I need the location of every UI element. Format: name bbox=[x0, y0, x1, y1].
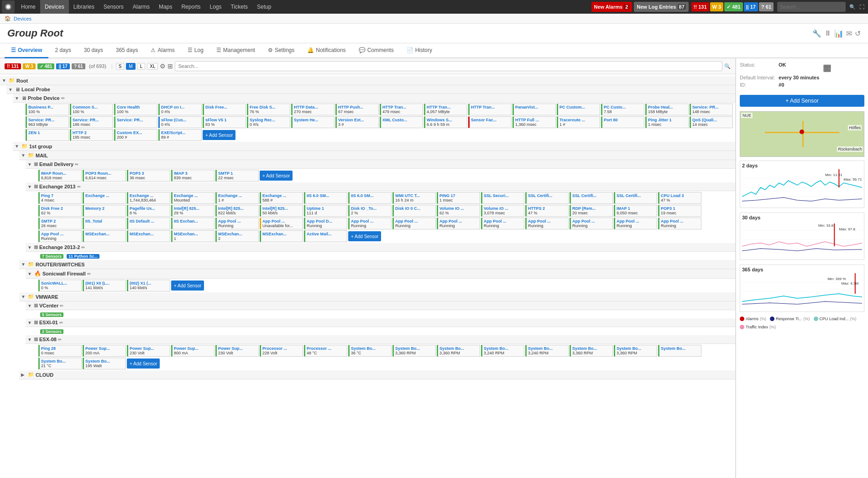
list-item[interactable]: Service: PR...963 MByte bbox=[26, 116, 69, 128]
size-l-button[interactable]: L bbox=[137, 63, 146, 70]
size-s-button[interactable]: S bbox=[116, 63, 125, 70]
list-item[interactable]: Service: PR... bbox=[114, 116, 157, 128]
email-icon[interactable]: ✉ bbox=[846, 29, 852, 38]
list-item[interactable]: MSExchan... bbox=[260, 230, 303, 242]
probe-device-edit-icon[interactable]: ✏ bbox=[61, 96, 65, 101]
sonicwall-toggle[interactable]: ▼ bbox=[27, 271, 33, 276]
list-item[interactable]: Exchange ...588 # bbox=[260, 192, 303, 204]
refresh-icon[interactable]: ↺ bbox=[855, 29, 861, 38]
add-sensor-button[interactable]: + Add Sensor bbox=[171, 281, 204, 291]
search-icon-main[interactable]: 🔍 bbox=[724, 63, 731, 69]
toolbar-gear-icon[interactable]: ⚙ bbox=[160, 62, 166, 70]
list-item[interactable]: Memory 2 bbox=[83, 205, 126, 217]
list-item[interactable]: Intel[R] 825...50 kbit/s bbox=[260, 205, 303, 217]
nav-maps[interactable]: Maps bbox=[154, 0, 177, 14]
exchange-label[interactable]: Exchange 2013 bbox=[39, 184, 76, 189]
tab-comments[interactable]: 💬 Comments bbox=[352, 43, 400, 58]
list-item[interactable]: WMI UTC T...16 h 24 m bbox=[392, 192, 436, 204]
list-item[interactable]: App Pool ...Running bbox=[658, 218, 701, 229]
list-item[interactable]: System Bo... bbox=[658, 345, 701, 357]
router-label[interactable]: ROUTER/SWITCHES bbox=[36, 262, 85, 267]
list-item[interactable]: IIS 6.0 SM... bbox=[348, 192, 392, 204]
list-item[interactable]: CPU Load 347 % bbox=[658, 192, 701, 204]
cloud-label[interactable]: CLOUD bbox=[36, 372, 53, 378]
sonicwall-edit-icon[interactable]: ✏ bbox=[87, 271, 91, 276]
list-item[interactable]: Active Mail... bbox=[304, 230, 347, 242]
add-sensor-button[interactable]: + Add Sensor bbox=[260, 171, 293, 181]
badge-ok[interactable]: ✓ 481 bbox=[724, 2, 743, 11]
exchange-edit-icon[interactable]: ✏ bbox=[77, 184, 81, 189]
vcenter-badge[interactable]: 5 Sensors bbox=[40, 312, 63, 317]
chart-icon[interactable]: 📊 bbox=[834, 29, 843, 38]
list-item[interactable]: System Bo...3,360 RPM bbox=[392, 345, 436, 357]
list-item[interactable]: Disk IO _To...2 % bbox=[348, 205, 392, 217]
exchange2-toggle[interactable]: ▼ bbox=[27, 245, 33, 250]
list-item[interactable]: Power Sup...230 Volt bbox=[127, 345, 170, 357]
toolbar-badge-unknown[interactable]: ? 61 bbox=[72, 63, 85, 69]
list-item[interactable]: Disk IO 0 C... bbox=[392, 205, 436, 217]
list-item[interactable]: PC Custo...7.58 bbox=[601, 104, 644, 115]
list-item[interactable]: Core Health100 % bbox=[114, 104, 157, 115]
root-label[interactable]: Root bbox=[16, 78, 28, 83]
list-item[interactable]: System Bo...3,240 RPM bbox=[481, 345, 524, 357]
list-item[interactable]: Power Sup...800 mA bbox=[171, 345, 214, 357]
router-toggle[interactable]: ▼ bbox=[21, 262, 26, 267]
list-item[interactable]: Free Disk S...76 % bbox=[247, 104, 290, 115]
email-delivery-label[interactable]: Email Delivery bbox=[39, 161, 73, 167]
toolbar-badge-pause[interactable]: || 17 bbox=[56, 63, 70, 69]
list-item[interactable]: sFlow V5 183 % bbox=[203, 116, 246, 128]
list-item[interactable]: EXE/Script...89 # bbox=[158, 129, 202, 141]
list-item[interactable]: MSExchan...1 bbox=[171, 230, 214, 242]
list-item[interactable]: Service: PR...186 msec bbox=[70, 116, 113, 128]
list-item[interactable]: PC Custom... bbox=[557, 104, 600, 115]
esx08-toggle[interactable]: ▼ bbox=[27, 337, 33, 342]
nav-logs[interactable]: Logs bbox=[205, 0, 226, 14]
list-item[interactable]: ZEN 1 bbox=[26, 129, 69, 141]
list-item[interactable]: Ping 280 msec bbox=[38, 345, 82, 357]
list-item[interactable]: Syslog Rec...0 #/s bbox=[247, 116, 290, 128]
tab-30days[interactable]: 30 days bbox=[78, 43, 110, 58]
list-item[interactable]: Windows S...6.6 9 h 59 m bbox=[424, 116, 467, 128]
esx08-edit-icon[interactable]: ✏ bbox=[58, 337, 62, 342]
list-item[interactable]: System Bo...3,240 RPM bbox=[525, 345, 569, 357]
list-item[interactable]: App Pool ...Running bbox=[481, 218, 524, 229]
size-xl-button[interactable]: XL bbox=[147, 63, 158, 70]
list-item[interactable]: Intel[R] 825...822 kbit/s bbox=[215, 205, 259, 217]
list-item[interactable]: App Pool ...Running bbox=[38, 230, 82, 242]
list-item[interactable]: App Pool D...Running bbox=[304, 218, 347, 229]
list-item[interactable]: SSL Certifi... bbox=[570, 192, 613, 204]
toolbar-grid-icon[interactable]: ⊞ bbox=[167, 62, 173, 70]
nav-home[interactable]: Home bbox=[16, 0, 40, 14]
esx08-label[interactable]: ESX-08 bbox=[39, 337, 57, 342]
vcenter-toggle[interactable]: ▼ bbox=[27, 303, 33, 308]
list-item[interactable]: HTTP Push...67 msec bbox=[335, 104, 379, 115]
list-item[interactable]: Traceroute ...1 # bbox=[557, 116, 600, 128]
nav-devices[interactable]: Devices bbox=[40, 0, 69, 14]
list-item[interactable]: IIS Exchan... bbox=[171, 218, 214, 229]
list-item[interactable]: IIS Default ... bbox=[127, 218, 170, 229]
local-probe-label[interactable]: Local Probe bbox=[21, 87, 50, 92]
list-item[interactable]: MSExchan... bbox=[127, 230, 170, 242]
esxi01-badge[interactable]: 2 Sensors bbox=[40, 329, 63, 334]
list-item[interactable]: sFlow (Cus...0 #/s bbox=[158, 116, 202, 128]
list-item[interactable]: Intel[R] 825...29 % bbox=[171, 205, 214, 217]
tab-management[interactable]: ☰ Management bbox=[210, 43, 261, 58]
list-item[interactable]: Pagefile Us...8 % bbox=[127, 205, 170, 217]
list-item[interactable]: Volume IO ...3,078 msec bbox=[481, 205, 524, 217]
expand-icon-top[interactable]: ⛶ bbox=[858, 4, 866, 10]
list-item[interactable]: Business P...100 % bbox=[26, 104, 69, 115]
list-item[interactable]: Disk Free 262 % bbox=[38, 205, 82, 217]
list-item[interactable]: Exchange ...1,744,830,464 bbox=[127, 192, 170, 204]
pause-icon[interactable]: ⏸ bbox=[824, 29, 831, 37]
vcenter-label[interactable]: VCenter bbox=[39, 303, 58, 308]
add-sensor-button[interactable]: + Add Sensor bbox=[203, 130, 235, 140]
exchange2-badge-green[interactable]: 7 Sensors bbox=[40, 254, 63, 259]
list-item[interactable]: Processor ...228 Volt bbox=[260, 345, 303, 357]
list-item[interactable]: Exchange ...1 # bbox=[215, 192, 259, 204]
mail-toggle[interactable]: ▼ bbox=[21, 153, 26, 158]
list-item[interactable]: Disk Free... bbox=[203, 104, 246, 115]
list-item[interactable]: System Bo...3,360 RPM bbox=[570, 345, 613, 357]
list-item[interactable]: App Pool ...Running bbox=[525, 218, 569, 229]
tab-log[interactable]: ☰ Log bbox=[181, 43, 210, 58]
new-alarms-button[interactable]: New Alarms 2 bbox=[591, 2, 633, 12]
